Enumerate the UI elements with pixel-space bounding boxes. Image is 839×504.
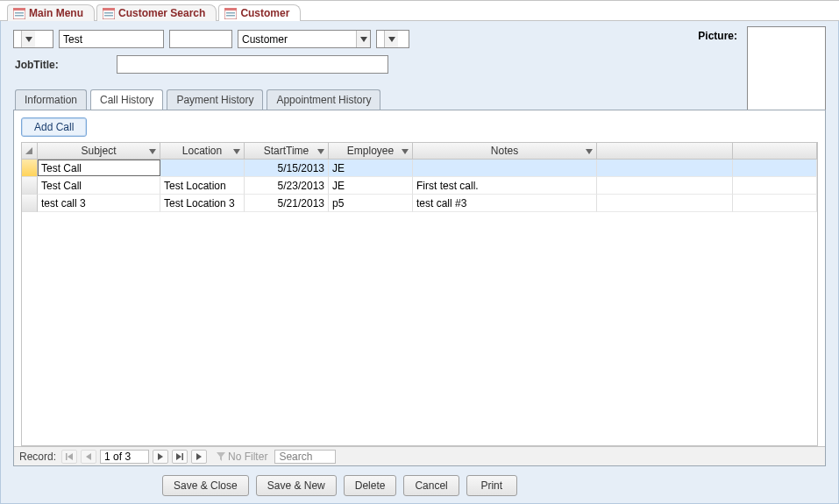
cell-notes[interactable]: First test call.: [413, 177, 597, 195]
svg-rect-10: [226, 12, 235, 14]
col-blank-1[interactable]: [597, 143, 733, 159]
tab-main-menu[interactable]: Main Menu: [7, 4, 95, 21]
subtab-call-history[interactable]: Call History: [90, 89, 163, 110]
table-row[interactable]: Test Call 5/15/2013 JE: [22, 160, 817, 177]
svg-rect-21: [66, 453, 68, 460]
nav-prev-button[interactable]: [81, 450, 96, 464]
cell-employee[interactable]: JE: [329, 160, 413, 177]
col-blank-2[interactable]: [733, 143, 817, 159]
col-subject[interactable]: Subject: [38, 143, 160, 159]
add-call-button[interactable]: Add Call: [21, 117, 87, 137]
dropdown-icon[interactable]: [384, 31, 398, 47]
document-tab-bar: Main Menu Customer Search Customer: [0, 1, 839, 21]
cell-location[interactable]: Test Location 3: [160, 195, 245, 212]
dropdown-icon[interactable]: [21, 31, 35, 47]
col-label: Location: [182, 145, 222, 157]
svg-rect-3: [15, 15, 24, 17]
col-label: Employee: [347, 145, 394, 157]
col-location[interactable]: Location: [160, 143, 245, 159]
cell-subject[interactable]: Test Call: [38, 160, 160, 176]
filter-label: No Filter: [228, 451, 267, 463]
tab-customer[interactable]: Customer: [218, 4, 301, 21]
chevron-down-icon[interactable]: [149, 145, 156, 157]
row-selector-header[interactable]: [22, 143, 38, 159]
job-title-row: JobTitle:: [13, 55, 826, 74]
nav-new-button[interactable]: [191, 450, 207, 464]
cell-blank: [597, 195, 733, 212]
suffix-combo[interactable]: [376, 30, 409, 48]
filter-indicator[interactable]: No Filter: [216, 451, 267, 463]
dropdown-icon[interactable]: [356, 31, 370, 47]
svg-rect-26: [182, 453, 184, 460]
svg-marker-24: [158, 453, 163, 460]
svg-rect-7: [104, 15, 113, 17]
chevron-down-icon[interactable]: [402, 145, 409, 157]
save-new-button[interactable]: Save & New: [256, 475, 337, 496]
subtab-information[interactable]: Information: [15, 89, 87, 110]
prefix-combo[interactable]: [13, 30, 53, 48]
svg-marker-20: [586, 149, 593, 154]
last-name-value: Customer: [238, 31, 356, 47]
cell-employee[interactable]: JE: [329, 177, 413, 195]
save-close-button[interactable]: Save & Close: [162, 475, 249, 496]
table-row[interactable]: test call 3 Test Location 3 5/21/2013 p5…: [22, 195, 817, 212]
form-icon: [13, 8, 25, 19]
print-button[interactable]: Print: [466, 475, 517, 496]
last-name-combo[interactable]: Customer: [238, 30, 371, 48]
record-label: Record:: [19, 451, 56, 463]
funnel-icon: [216, 451, 226, 462]
row-selector[interactable]: [22, 160, 38, 177]
svg-rect-2: [15, 12, 24, 14]
record-position-input[interactable]: 1 of 3: [100, 450, 149, 464]
svg-rect-9: [224, 8, 237, 11]
call-history-subform: Add Call Subject Location StartTime Empl…: [13, 110, 826, 466]
first-name-field[interactable]: Test: [59, 30, 164, 48]
chevron-down-icon[interactable]: [586, 145, 593, 157]
cell-employee[interactable]: p5: [329, 195, 413, 212]
cell-starttime[interactable]: 5/21/2013: [245, 195, 329, 212]
cancel-button[interactable]: Cancel: [403, 475, 459, 496]
middle-name-field[interactable]: [169, 30, 232, 48]
tab-label: Main Menu: [29, 7, 83, 19]
table-row[interactable]: Test Call Test Location 5/23/2013 JE Fir…: [22, 177, 817, 195]
col-notes[interactable]: Notes: [413, 143, 597, 159]
cell-subject[interactable]: Test Call: [38, 177, 160, 195]
first-name-value: Test: [63, 33, 82, 46]
cell-notes[interactable]: [413, 160, 597, 177]
customer-form-window: Main Menu Customer Search Customer Pictu…: [0, 0, 839, 504]
col-label: StartTime: [264, 145, 309, 157]
subtab-appointment-history[interactable]: Appointment History: [267, 89, 380, 110]
search-input[interactable]: Search: [274, 450, 336, 464]
cell-location[interactable]: Test Location: [160, 177, 245, 195]
cell-blank: [597, 177, 733, 195]
svg-marker-16: [149, 149, 156, 154]
job-title-field[interactable]: [117, 55, 388, 74]
cell-location[interactable]: [160, 160, 245, 177]
chevron-down-icon[interactable]: [317, 145, 324, 157]
cell-starttime[interactable]: 5/15/2013: [245, 160, 329, 177]
delete-button[interactable]: Delete: [344, 475, 397, 496]
cell-starttime[interactable]: 5/23/2013: [245, 177, 329, 195]
nav-next-button[interactable]: [153, 450, 168, 464]
row-selector[interactable]: [22, 177, 38, 195]
svg-rect-6: [104, 12, 113, 14]
record-navigator: Record: 1 of 3 No Filter Search: [14, 446, 825, 465]
cell-subject[interactable]: test call 3: [38, 195, 160, 212]
tab-customer-search[interactable]: Customer Search: [96, 4, 217, 21]
row-selector[interactable]: [22, 195, 38, 212]
datasheet-header: Subject Location StartTime Employee Note…: [22, 143, 817, 160]
cell-blank: [733, 160, 817, 177]
svg-rect-11: [226, 15, 235, 17]
subtab-payment-history[interactable]: Payment History: [167, 89, 263, 110]
cell-blank: [733, 195, 817, 212]
job-title-label: JobTitle:: [13, 59, 110, 71]
cell-notes[interactable]: test call #3: [413, 195, 597, 212]
form-icon: [103, 8, 115, 19]
col-label: Subject: [81, 145, 116, 157]
nav-last-button[interactable]: [172, 450, 188, 464]
svg-marker-15: [25, 147, 32, 154]
nav-first-button[interactable]: [61, 450, 77, 464]
chevron-down-icon[interactable]: [233, 145, 240, 157]
col-starttime[interactable]: StartTime: [245, 143, 329, 159]
col-employee[interactable]: Employee: [329, 143, 413, 159]
